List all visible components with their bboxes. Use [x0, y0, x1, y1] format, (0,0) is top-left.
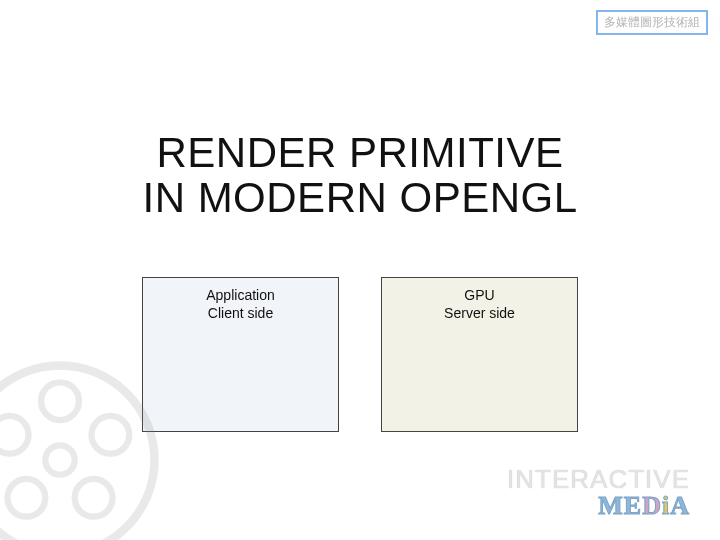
box-gpu-server: GPU Server side [381, 277, 578, 432]
box-application-client: Application Client side [142, 277, 339, 432]
box-left-line2: Client side [208, 305, 273, 321]
box-left-line1: Application [206, 287, 275, 303]
svg-point-6 [0, 416, 29, 454]
slide-title: RENDER PRIMITIVE IN MODERN OPENGL [0, 130, 720, 221]
svg-point-2 [41, 382, 79, 420]
title-line-1: RENDER PRIMITIVE [156, 129, 563, 176]
svg-point-5 [8, 479, 46, 517]
svg-point-1 [45, 445, 74, 474]
brand-logo: INTERACTIVE MEDiA [507, 466, 690, 518]
box-right-line1: GPU [464, 287, 494, 303]
brand-line-2: MEDiA [507, 493, 690, 519]
box-right-line2: Server side [444, 305, 515, 321]
reel-icon [0, 355, 165, 540]
brand-line-1: INTERACTIVE [507, 466, 690, 492]
svg-point-4 [75, 479, 113, 517]
svg-point-3 [92, 416, 130, 454]
title-line-2: IN MODERN OPENGL [142, 174, 577, 221]
course-tag: 多媒體圖形技術組 [596, 10, 708, 35]
